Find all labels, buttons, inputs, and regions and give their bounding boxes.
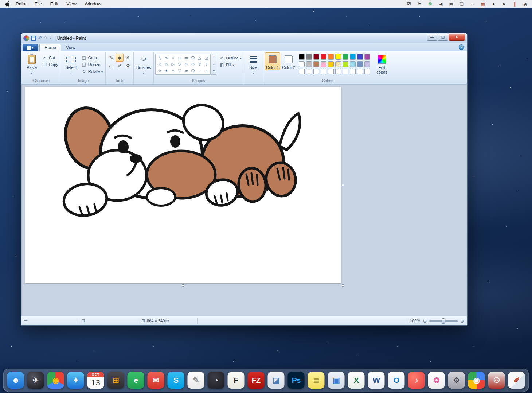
palette-swatch[interactable]	[343, 61, 348, 67]
paint-app-icon[interactable]	[23, 35, 29, 41]
check-badge-icon[interactable]: ☑	[407, 1, 411, 7]
palette-swatch[interactable]	[299, 61, 305, 67]
textedit-icon[interactable]: ✎	[188, 372, 204, 389]
menu-item[interactable]: View	[66, 1, 77, 7]
airmail-icon[interactable]: ✉	[148, 372, 164, 389]
shape-glyph[interactable]: ○	[170, 54, 176, 61]
apple-icon[interactable]	[4, 1, 10, 7]
shape-glyph[interactable]: ⇩	[203, 61, 210, 67]
palette-swatch[interactable]	[299, 69, 305, 74]
palette-swatch[interactable]	[350, 54, 356, 60]
file-menu-button[interactable]: ▾	[23, 44, 38, 51]
black-orb-icon[interactable]: ●	[491, 1, 496, 7]
crop-button[interactable]: ◳ Crop	[80, 54, 104, 61]
zoom-in-button[interactable]: ⊕	[460, 318, 464, 324]
shape-glyph[interactable]: ♡	[176, 67, 183, 74]
palette-swatch[interactable]	[364, 54, 370, 60]
filezilla-icon[interactable]: FZ	[248, 372, 265, 389]
canvas-resize-handle-corner[interactable]	[342, 284, 344, 287]
tab-view[interactable]: View	[61, 44, 80, 51]
sketch-pen-icon[interactable]: ✐	[508, 372, 525, 389]
parallels-icon[interactable]: ∥	[512, 1, 517, 7]
shape-glyph[interactable]: ◇	[163, 61, 169, 67]
shape-glyph[interactable]: □	[176, 54, 183, 61]
robot-app-icon[interactable]: ⚇	[488, 372, 505, 389]
canvas-resize-handle-bottom[interactable]	[182, 284, 184, 287]
edit-colors-button[interactable]: Edit colors	[373, 52, 390, 75]
save-button[interactable]	[31, 36, 36, 41]
flag-icon[interactable]: ⚑	[417, 1, 422, 7]
color-picker-tool[interactable]: ✐	[116, 62, 124, 70]
spotlight-icon[interactable]: ◉	[523, 1, 528, 7]
palette-swatch[interactable]	[335, 69, 341, 74]
tab-home[interactable]: Home	[39, 44, 61, 51]
palette-swatch[interactable]	[335, 54, 341, 60]
menu-item[interactable]: Window	[85, 1, 101, 7]
menu-item[interactable]: File	[35, 1, 42, 7]
word-icon[interactable]: W	[368, 372, 385, 389]
volume-icon[interactable]: ◀	[438, 1, 443, 7]
menu-item[interactable]: Edit	[50, 1, 58, 7]
menu-item[interactable]: Paint	[16, 1, 27, 7]
shape-fill-button[interactable]: ◧ Fill	[219, 62, 242, 67]
qat-dropdown-icon[interactable]	[50, 36, 51, 40]
shape-glyph[interactable]: ⇨	[189, 61, 196, 67]
shape-glyph[interactable]: ∿	[163, 54, 169, 61]
palette-swatch[interactable]	[357, 54, 363, 60]
zoom-slider[interactable]	[429, 320, 458, 322]
canvas-resize-handle-right[interactable]	[342, 184, 344, 186]
shape-glyph[interactable]: ⌂	[203, 67, 210, 74]
chrome-icon[interactable]: ◉	[47, 372, 64, 389]
shape-glyph[interactable]: ⎔	[189, 54, 196, 61]
maximize-button[interactable]: ▢	[438, 34, 448, 41]
titlebar[interactable]: ↶ ↷ Untitled - Paint — ▢ ✕	[21, 33, 467, 43]
color1-button[interactable]: Color 1	[265, 52, 280, 70]
palette-swatch[interactable]	[343, 69, 348, 74]
stickies-icon[interactable]: ≣	[308, 372, 325, 389]
shape-glyph[interactable]: ✧	[170, 67, 176, 74]
palette-swatch[interactable]	[350, 69, 356, 74]
shape-glyph[interactable]: ◿	[203, 54, 210, 61]
palette-swatch[interactable]	[313, 61, 319, 67]
shape-glyph[interactable]: ▽	[176, 61, 183, 67]
green-orb-icon[interactable]: ❂	[428, 1, 433, 7]
palette-swatch[interactable]	[335, 61, 341, 67]
pencil-tool[interactable]: ✎	[107, 54, 115, 62]
copy-button[interactable]: ❏ Copy	[41, 61, 59, 68]
fill-tool[interactable]: ◆	[116, 54, 124, 62]
shape-glyph[interactable]: ◁	[156, 61, 163, 67]
shape-glyph[interactable]: ◌	[196, 67, 203, 74]
paste-button[interactable]: Paste	[23, 52, 40, 75]
palette-swatch[interactable]	[313, 69, 319, 74]
select-button[interactable]: Select	[63, 52, 79, 75]
text-tool[interactable]: A	[124, 54, 132, 62]
rocket-icon[interactable]: ✈	[27, 372, 44, 389]
palette-swatch[interactable]	[321, 54, 326, 60]
resize-button[interactable]: ◱ Resize	[80, 61, 104, 68]
palette-swatch[interactable]	[343, 54, 348, 60]
rotate-button[interactable]: ↻ Rotate	[80, 68, 104, 75]
palette-swatch[interactable]	[306, 54, 312, 60]
shape-glyph[interactable]: ⇦	[183, 61, 189, 67]
google-app-icon[interactable]: ◉	[468, 372, 485, 389]
shape-glyph[interactable]: △	[196, 54, 203, 61]
itunes-icon[interactable]: ♪	[408, 372, 425, 389]
remote-desktop-icon[interactable]: ▣	[328, 372, 345, 389]
cut-button[interactable]: ✂ Cut	[41, 54, 59, 61]
eraser-tool[interactable]: ▭	[107, 62, 115, 70]
palette-swatch[interactable]	[357, 69, 363, 74]
palette-swatch[interactable]	[321, 69, 326, 74]
photoshop-icon[interactable]: Ps	[288, 372, 305, 389]
keyboard-icon[interactable]: ▤	[449, 1, 454, 7]
skype-icon[interactable]: S	[168, 372, 184, 389]
safari-icon[interactable]: ✦	[67, 372, 84, 389]
palette-swatch[interactable]	[321, 61, 326, 67]
shape-glyph[interactable]: ❍	[189, 67, 196, 74]
shape-glyph[interactable]: ⇧	[196, 61, 203, 67]
close-button[interactable]: ✕	[449, 34, 465, 41]
palette-swatch[interactable]	[328, 61, 334, 67]
help-button[interactable]: ?	[459, 44, 464, 50]
palette-swatch[interactable]	[364, 69, 370, 74]
photos-icon[interactable]: ✿	[428, 372, 445, 389]
palette-swatch[interactable]	[350, 61, 356, 67]
